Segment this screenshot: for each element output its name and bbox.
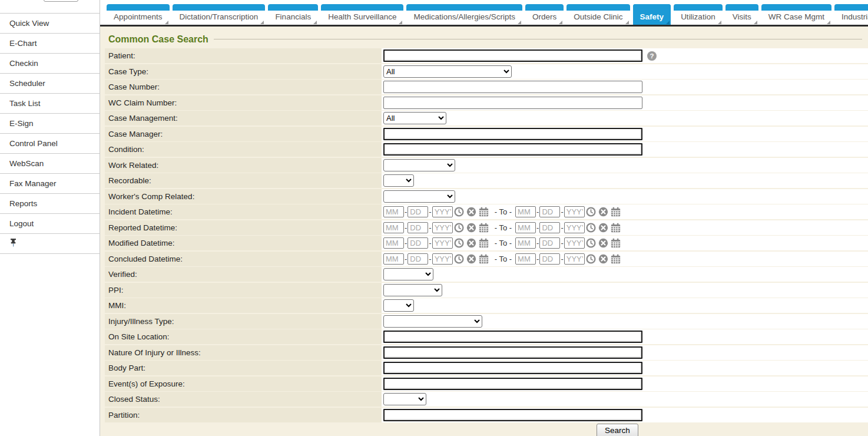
clear-icon[interactable] [598, 207, 608, 217]
recordable-select[interactable] [383, 174, 414, 187]
date-dash: - [561, 207, 563, 216]
case-number-input[interactable] [383, 81, 642, 93]
concluded-datetime-from-dd-input[interactable] [408, 253, 428, 265]
reported-datetime-to-yyyy-input[interactable] [564, 222, 585, 233]
case-type-select[interactable]: All [383, 65, 512, 78]
partition-input[interactable] [383, 409, 642, 421]
form-row-mmi: MMI: [105, 298, 868, 313]
injury-illness-type-select[interactable] [383, 315, 482, 328]
modified-datetime-from-dd-input[interactable] [408, 237, 428, 249]
incident-datetime-from-mm-input[interactable] [383, 206, 404, 217]
sidebar-item-e-chart[interactable]: E-Chart [0, 33, 100, 53]
calendar-icon[interactable] [479, 207, 489, 217]
sidebar-item-fax-manager[interactable]: Fax Manager [0, 173, 100, 193]
modified-datetime-to-yyyy-input[interactable] [564, 237, 585, 249]
concluded-datetime-to-mm-input[interactable] [515, 253, 536, 265]
ppi-select[interactable] [383, 284, 442, 296]
sidebar-item-scheduler[interactable]: Scheduler [0, 73, 100, 93]
sidebar-item-reports[interactable]: Reports [0, 193, 100, 213]
calendar-icon[interactable] [611, 238, 621, 248]
work-related-select[interactable] [383, 159, 455, 171]
on-site-location-input[interactable] [383, 331, 642, 343]
clock-icon[interactable] [454, 223, 464, 233]
tab-visits[interactable]: Visits [725, 4, 758, 25]
calendar-icon[interactable] [479, 254, 489, 264]
tab-appointments[interactable]: Appointments [107, 4, 170, 25]
tab-financials[interactable]: Financials [268, 4, 318, 25]
tab-medications-allergies-scripts[interactable]: Medications/Allergies/Scripts [406, 4, 522, 25]
incident-datetime-to-dd-input[interactable] [539, 206, 560, 217]
case-management-select[interactable]: All [383, 112, 446, 124]
sidebar-item-pin[interactable] [0, 233, 100, 253]
reported-datetime-from-yyyy-input[interactable] [432, 222, 453, 233]
body-part-input[interactable] [383, 362, 642, 374]
closed-status-select[interactable] [383, 393, 426, 405]
tab-utilization[interactable]: Utilization [674, 4, 723, 25]
clock-icon[interactable] [586, 238, 596, 248]
clear-icon[interactable] [466, 207, 476, 217]
modified-datetime-to-dd-input[interactable] [539, 237, 560, 249]
calendar-icon[interactable] [611, 254, 621, 264]
concluded-datetime-to-yyyy-input[interactable] [564, 253, 585, 265]
modified-datetime-from-mm-input[interactable] [383, 237, 404, 249]
clock-icon[interactable] [586, 223, 596, 233]
calendar-icon[interactable] [479, 238, 489, 248]
clear-icon[interactable] [466, 223, 476, 233]
date-dash: - [405, 239, 407, 247]
clear-icon[interactable] [598, 223, 608, 233]
patient-input[interactable] [383, 49, 642, 62]
mmi-select[interactable] [383, 299, 414, 312]
help-icon[interactable]: ? [647, 51, 657, 61]
tab-dropdown-corner-icon [666, 21, 670, 24]
tab-orders[interactable]: Orders [525, 4, 564, 25]
concluded-datetime-to-dd-input[interactable] [539, 253, 560, 265]
search-button[interactable]: Search [597, 424, 638, 436]
reported-datetime-from-dd-input[interactable] [408, 222, 428, 233]
case-manager-input[interactable] [383, 128, 642, 140]
field-label-text: Patient: [108, 51, 135, 60]
clock-icon[interactable] [586, 254, 596, 264]
clock-icon[interactable] [454, 254, 464, 264]
tab-safety[interactable]: Safety [633, 4, 671, 25]
incident-datetime-from-yyyy-input[interactable] [432, 206, 453, 217]
concluded-datetime-from-mm-input[interactable] [383, 253, 404, 265]
calendar-icon[interactable] [611, 207, 621, 217]
condition-input[interactable] [383, 143, 642, 156]
clear-icon[interactable] [466, 254, 476, 264]
events-of-exposure-input[interactable] [383, 378, 642, 390]
verified-select[interactable] [383, 268, 433, 280]
tab-health-surveillance[interactable]: Health Surveillance [321, 4, 403, 25]
sidebar-item-task-list[interactable]: Task List [0, 93, 100, 113]
clear-icon[interactable] [598, 254, 608, 264]
workers-comp-related-select[interactable] [383, 190, 455, 203]
clock-icon[interactable] [586, 207, 596, 217]
sidebar-item-quick-view[interactable]: Quick View [0, 13, 100, 33]
reported-datetime-to-dd-input[interactable] [539, 222, 560, 233]
clock-icon[interactable] [454, 207, 464, 217]
reported-datetime-to-mm-input[interactable] [515, 222, 536, 233]
incident-datetime-from-dd-input[interactable] [408, 206, 428, 217]
tab-dictation-transcription[interactable]: Dictation/Transcription [173, 4, 266, 25]
sidebar-item-control-panel[interactable]: Control Panel [0, 133, 100, 153]
modified-datetime-to-mm-input[interactable] [515, 237, 536, 249]
clock-icon[interactable] [454, 238, 464, 248]
tab-industrial-hygiene[interactable]: Industrial Hygiene [834, 4, 868, 25]
incident-datetime-to-yyyy-input[interactable] [564, 206, 585, 217]
tab-outside-clinic[interactable]: Outside Clinic [566, 4, 630, 25]
wc-claim-number-input[interactable] [383, 97, 642, 109]
incident-datetime-to-mm-input[interactable] [515, 206, 536, 217]
calendar-icon[interactable] [479, 223, 489, 233]
sidebar-item-logout[interactable]: Logout [0, 213, 100, 233]
sidebar-item-checkin[interactable]: Checkin [0, 53, 100, 73]
modified-datetime-from-yyyy-input[interactable] [432, 237, 453, 249]
concluded-datetime-from-yyyy-input[interactable] [432, 253, 453, 265]
clear-icon[interactable] [598, 238, 608, 248]
calendar-icon[interactable] [611, 223, 621, 233]
nature-of-injury-or-illness-input[interactable] [383, 346, 642, 359]
tab-wr-case-mgmt[interactable]: WR Case Mgmt [761, 4, 831, 25]
sidebar-item-e-sign[interactable]: E-Sign [0, 113, 100, 133]
sidebar-item-webscan[interactable]: WebScan [0, 153, 100, 173]
clear-icon[interactable] [466, 238, 476, 248]
form-row-reported-datetime: Reported Datetime:--- To --- [105, 220, 868, 235]
reported-datetime-from-mm-input[interactable] [383, 222, 404, 233]
